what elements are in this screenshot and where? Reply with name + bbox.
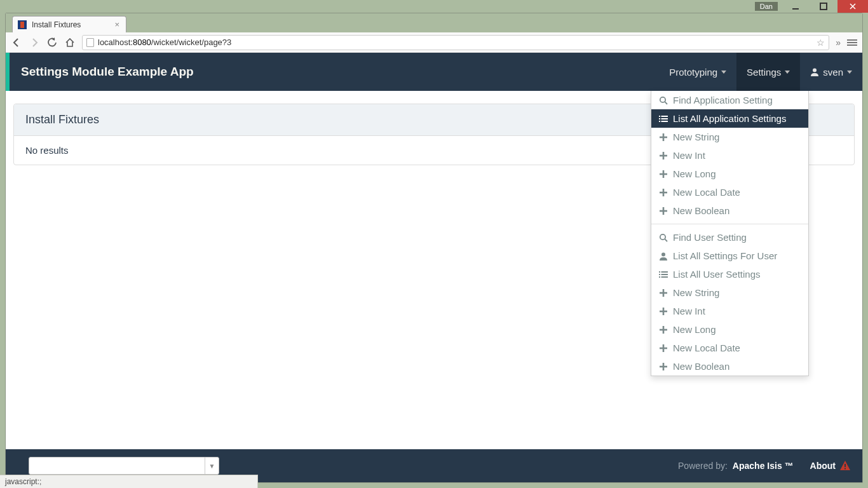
dropdown-item-label: List All Application Settings — [673, 113, 786, 124]
search-icon — [659, 96, 668, 105]
svg-line-4 — [665, 102, 667, 104]
dropdown-item[interactable]: New Boolean — [651, 357, 808, 376]
extensions-overflow-icon[interactable]: » — [836, 37, 841, 48]
tab-title: Install Fixtures — [32, 20, 81, 29]
dropdown-item[interactable]: New Boolean — [651, 201, 808, 220]
footer-powered-link[interactable]: Apache Isis ™ — [733, 461, 794, 471]
plus-icon — [659, 188, 668, 197]
svg-rect-10 — [661, 121, 668, 122]
svg-rect-5 — [659, 116, 660, 117]
svg-rect-29 — [661, 276, 668, 278]
dropdown-divider — [651, 224, 808, 224]
dropdown-item-label: New Int — [673, 306, 705, 316]
caret-down-icon — [847, 71, 852, 74]
plus-icon — [659, 170, 668, 179]
dropdown-item-label: New Long — [673, 324, 716, 335]
dropdown-item-label: New Local Date — [673, 187, 740, 198]
svg-rect-33 — [660, 310, 667, 312]
tab-favicon-icon — [18, 20, 27, 29]
tab-strip: Install Fixtures × — [6, 13, 862, 32]
dropdown-item[interactable]: New Long — [651, 320, 808, 339]
window-close-button[interactable] — [837, 0, 868, 13]
plus-icon — [659, 362, 668, 371]
svg-rect-35 — [660, 329, 667, 330]
nav-user[interactable]: sven — [800, 53, 862, 91]
plus-icon — [659, 307, 668, 316]
browser-menu-button[interactable] — [847, 39, 857, 46]
home-button[interactable] — [64, 37, 76, 48]
footer-about-link[interactable]: About — [810, 460, 851, 471]
page-icon — [86, 38, 94, 47]
nav-prototyping[interactable]: Prototyping — [659, 53, 736, 91]
svg-point-21 — [660, 234, 665, 239]
os-user-badge: Dan — [755, 2, 778, 11]
list-icon — [659, 114, 668, 123]
dropdown-item[interactable]: New Long — [651, 165, 808, 183]
dropdown-item[interactable]: New Local Date — [651, 339, 808, 357]
dropdown-item[interactable]: New String — [651, 283, 808, 302]
dropdown-item-label: New Local Date — [673, 342, 740, 353]
dropdown-item[interactable]: New String — [651, 128, 808, 146]
svg-rect-27 — [661, 274, 668, 275]
tab-close-icon[interactable]: × — [114, 20, 119, 29]
dropdown-item[interactable]: List All User Settings — [651, 265, 808, 283]
svg-rect-24 — [659, 271, 660, 273]
user-icon — [659, 252, 668, 261]
dropdown-item-label: New Int — [673, 150, 705, 161]
plus-icon — [659, 207, 668, 215]
nav-settings[interactable]: Settings — [736, 53, 800, 91]
svg-rect-37 — [660, 347, 667, 349]
svg-rect-1 — [820, 3, 827, 10]
nav-settings-label: Settings — [747, 67, 781, 78]
dropdown-item-label: New Long — [673, 168, 716, 179]
dropdown-item-label: New Boolean — [673, 205, 729, 216]
dropdown-item-label: List All User Settings — [673, 269, 761, 280]
select-arrow-icon: ▼ — [205, 458, 219, 474]
svg-rect-28 — [659, 276, 660, 278]
url-host: localhost:8080/wicket/wicket/page?3 — [98, 37, 231, 47]
svg-point-3 — [660, 97, 665, 102]
window-maximize-button[interactable] — [810, 0, 837, 13]
dropdown-item[interactable]: New Local Date — [651, 183, 808, 201]
browser-tab[interactable]: Install Fixtures × — [12, 16, 126, 32]
dropdown-item[interactable]: List All Settings For User — [651, 247, 808, 265]
settings-dropdown: Find Application SettingList All Applica… — [651, 91, 809, 376]
svg-rect-7 — [659, 118, 660, 119]
caret-down-icon — [785, 71, 790, 74]
dropdown-item[interactable]: List All Application Settings — [651, 109, 808, 128]
os-titlebar: Dan — [0, 0, 868, 13]
browser-toolbar: localhost:8080/wicket/wicket/page?3 ☆ » — [6, 32, 862, 53]
forward-button[interactable] — [29, 37, 40, 48]
dropdown-item[interactable]: Find User Setting — [651, 228, 808, 247]
address-bar[interactable]: localhost:8080/wicket/wicket/page?3 ☆ — [82, 35, 829, 50]
dropdown-item[interactable]: New Int — [651, 302, 808, 320]
svg-point-23 — [661, 252, 665, 256]
svg-rect-16 — [660, 173, 667, 175]
browser-status-bar: javascript:; — [0, 475, 258, 488]
plus-icon — [659, 133, 668, 142]
svg-rect-9 — [659, 121, 660, 122]
svg-rect-12 — [660, 136, 667, 138]
plus-icon — [659, 288, 668, 297]
dropdown-item-label: Find Application Setting — [673, 95, 773, 105]
window-minimize-button[interactable] — [782, 0, 810, 13]
svg-rect-6 — [661, 116, 668, 117]
svg-rect-39 — [660, 365, 667, 367]
svg-rect-40 — [844, 464, 846, 467]
svg-rect-8 — [661, 118, 668, 119]
back-button[interactable] — [11, 37, 22, 48]
dropdown-item[interactable]: Find Application Setting — [651, 91, 808, 109]
warning-icon — [839, 460, 851, 471]
footer-about-label: About — [810, 461, 836, 471]
browser-window: Install Fixtures × localhost:8080/wicket… — [5, 13, 863, 483]
nav-prototyping-label: Prototyping — [669, 67, 717, 78]
footer-select[interactable]: ▼ — [29, 457, 219, 475]
plus-icon — [659, 325, 668, 334]
app-brand[interactable]: Settings Module Example App — [10, 53, 205, 91]
svg-rect-14 — [660, 154, 667, 156]
reload-button[interactable] — [46, 37, 58, 48]
bookmark-star-icon[interactable]: ☆ — [817, 37, 825, 48]
svg-rect-26 — [659, 274, 660, 275]
caret-down-icon — [721, 71, 726, 74]
dropdown-item[interactable]: New Int — [651, 146, 808, 165]
